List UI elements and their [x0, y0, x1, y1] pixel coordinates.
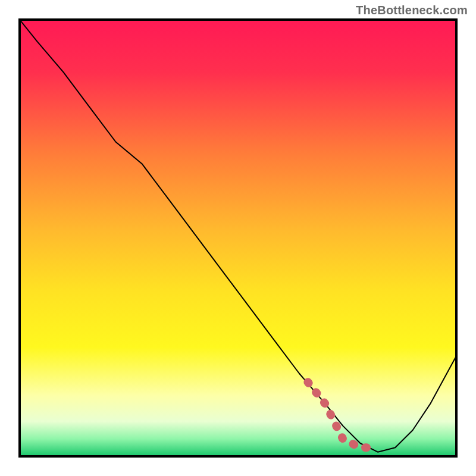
plot-background — [20, 20, 456, 456]
watermark-text: TheBottleneck.com — [356, 4, 468, 17]
chart-container: TheBottleneck.com — [0, 0, 476, 476]
bottleneck-chart — [0, 0, 476, 476]
